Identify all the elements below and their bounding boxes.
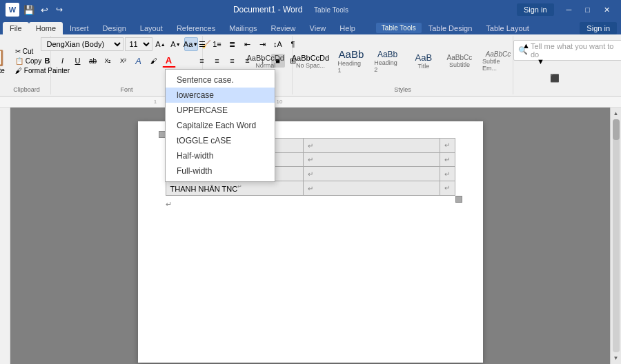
scroll-track[interactable]: [613, 119, 620, 352]
table-cell-3-3[interactable]: ↵: [440, 167, 455, 181]
align-left-button[interactable]: ≡: [195, 54, 209, 68]
underline-button[interactable]: U: [71, 54, 85, 68]
style-heading1-label: Heading 1: [338, 60, 365, 74]
style-normal[interactable]: AaBbCcDd Normal: [244, 52, 287, 70]
clipboard-label: Clipboard: [13, 85, 40, 93]
strikethrough-button[interactable]: ab: [86, 54, 100, 68]
table-cell-4-2[interactable]: ↵: [303, 181, 440, 195]
styles-content: AaBbCcDd Normal AaBbCcDd No Spac... AaBb…: [244, 37, 562, 85]
style-subtle-preview: AaBbCc: [486, 50, 511, 58]
tab-help[interactable]: Help: [333, 22, 362, 34]
style-heading1[interactable]: AaBb Heading 1: [334, 47, 369, 75]
left-sidebar: [0, 108, 10, 364]
table-cell-3-2[interactable]: ↵: [303, 167, 440, 181]
table-tools-label: Table Tools: [376, 23, 422, 33]
shrink-font-button[interactable]: A▼: [169, 37, 183, 51]
style-subtle-label: Subtle Em...: [482, 58, 514, 72]
styles-label: Styles: [394, 85, 411, 93]
tab-layout[interactable]: Layout: [133, 22, 170, 34]
tab-table-design[interactable]: Table Design: [422, 22, 480, 34]
case-full-width[interactable]: Full-width: [166, 163, 275, 179]
table-cell-4-1[interactable]: THANH NHÂN TNC↵: [166, 181, 303, 195]
font-row-2: B I U ab X₂ X² A 🖌 A: [41, 54, 176, 68]
tab-view[interactable]: View: [303, 22, 333, 34]
style-no-spacing-label: No Spac...: [296, 62, 325, 69]
sign-in-ribbon-button[interactable]: Sign in: [580, 22, 617, 34]
styles-scroll-down[interactable]: ▼: [534, 54, 547, 68]
superscript-button[interactable]: X²: [117, 54, 130, 68]
subscript-button[interactable]: X₂: [101, 54, 115, 68]
scroll-thumb[interactable]: [613, 119, 620, 140]
sign-in-button[interactable]: Sign in: [517, 3, 554, 16]
table-resize-handle[interactable]: [455, 196, 462, 203]
style-subtitle-label: Subtitle: [449, 61, 470, 68]
case-half-width[interactable]: Half-width: [166, 148, 275, 163]
table-cell-2-2[interactable]: ↵: [303, 152, 440, 167]
text-effects-button[interactable]: A: [132, 54, 146, 68]
title-bar-title: Document1 - Word Table Tools: [233, 5, 348, 14]
tab-file[interactable]: File: [3, 22, 29, 34]
font-family-select[interactable]: DengXian (Body): [41, 37, 124, 51]
table-cell-1-2[interactable]: ↵: [303, 139, 440, 153]
tab-insert[interactable]: Insert: [63, 22, 96, 34]
case-toggle[interactable]: tOGGLE cASE: [166, 133, 275, 148]
font-label: Font: [120, 85, 132, 93]
ribbon-tabs: File Home Insert Design Layout Reference…: [0, 19, 621, 34]
tab-design[interactable]: Design: [96, 22, 133, 34]
scroll-up-arrow[interactable]: ▲: [612, 109, 620, 118]
style-no-spacing[interactable]: AaBbCcDd No Spac...: [288, 52, 332, 70]
style-no-spacing-preview: AaBbCcDd: [292, 54, 329, 62]
style-heading1-preview: AaBb: [339, 48, 364, 60]
save-icon[interactable]: 💾: [23, 4, 34, 15]
table-move-handle[interactable]: [159, 131, 166, 138]
tab-table-layout[interactable]: Table Layout: [479, 22, 535, 34]
style-heading2[interactable]: AaBb Heading 2: [370, 48, 405, 74]
table-cell-4-3[interactable]: ↵: [440, 181, 455, 195]
case-sentence[interactable]: Sentence case.: [166, 72, 275, 88]
style-normal-preview: AaBbCcDd: [247, 54, 284, 62]
style-title-label: Title: [418, 63, 430, 70]
undo-btn[interactable]: ↩: [39, 4, 50, 15]
styles-more[interactable]: ⬛: [549, 71, 562, 85]
align-center-button[interactable]: ≡: [210, 54, 224, 68]
numbering-button[interactable]: 1≡: [210, 37, 224, 51]
case-lowercase[interactable]: lowercase: [166, 88, 275, 103]
style-heading2-preview: AaBb: [377, 50, 397, 59]
font-size-select[interactable]: 11: [125, 37, 152, 51]
style-title[interactable]: AaB Title: [406, 51, 441, 71]
text-highlight-button[interactable]: 🖌: [147, 54, 161, 68]
tab-mailings[interactable]: Mailings: [222, 22, 264, 34]
align-right-button[interactable]: ≡: [226, 54, 239, 68]
document-canvas[interactable]: THANH NHÂN TNC↵ ↵ ↵ THANH NHÂN TNC↵ ↵ ↵ …: [10, 108, 610, 364]
italic-button[interactable]: I: [56, 54, 70, 68]
case-capitalize[interactable]: Capitalize Each Word: [166, 118, 275, 133]
title-bar: W 💾 ↩ ↪ Document1 - Word Table Tools Sig…: [0, 0, 621, 19]
ribbon: 📋 Paste ✂ Cut 📋 Copy 🖌 Format Painter Cl…: [0, 34, 621, 97]
doc-area: THANH NHÂN TNC↵ ↵ ↵ THANH NHÂN TNC↵ ↵ ↵ …: [0, 108, 621, 364]
font-color-button[interactable]: A: [162, 54, 176, 68]
table-cell-2-3[interactable]: ↵: [440, 152, 455, 167]
bold-button[interactable]: B: [41, 54, 55, 68]
styles-scroll-up[interactable]: ▲: [520, 39, 533, 52]
table-cell-1-3[interactable]: ↵: [440, 139, 455, 153]
case-uppercase[interactable]: UPPERCASE: [166, 103, 275, 118]
multilevel-list-button[interactable]: ≣: [226, 37, 239, 51]
maximize-button[interactable]: □: [580, 4, 595, 15]
tab-review[interactable]: Review: [264, 22, 303, 34]
tab-home[interactable]: Home: [29, 22, 63, 34]
tab-references[interactable]: References: [170, 22, 222, 34]
minimize-button[interactable]: ─: [561, 4, 578, 15]
styles-group: AaBbCcDd Normal AaBbCcDd No Spac... AaBb…: [293, 36, 513, 94]
grow-font-button[interactable]: A▲: [154, 37, 168, 51]
font-row-1: DengXian (Body) 11 A▲ A▼ Aa▼ 🧹: [41, 37, 213, 51]
paste-icon: 📋: [0, 48, 6, 67]
redo-btn[interactable]: ↪: [54, 4, 65, 15]
style-subtitle[interactable]: AaBbCc Subtitle: [442, 52, 477, 70]
paste-button[interactable]: 📋 Paste: [0, 42, 11, 81]
style-subtle-emphasis[interactable]: AaBbCc Subtle Em...: [478, 49, 518, 73]
table-row: THANH NHÂN TNC↵ ↵ ↵: [166, 181, 455, 195]
bullets-button[interactable]: ☰: [195, 37, 209, 51]
title-bar-left: W 💾 ↩ ↪: [6, 3, 65, 17]
scroll-down-arrow[interactable]: ▼: [612, 354, 620, 363]
close-button[interactable]: ✕: [598, 4, 615, 16]
